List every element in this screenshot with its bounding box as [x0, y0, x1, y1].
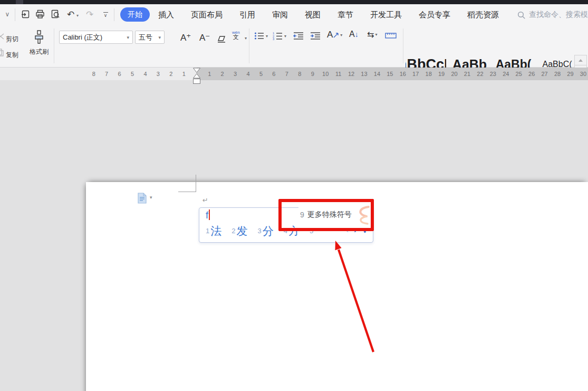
- ruler-number: 6: [113, 71, 126, 77]
- ruler-number: 26: [525, 71, 538, 77]
- search-placeholder: 查找命令、搜索模: [529, 10, 588, 20]
- ruler-number: 3: [152, 71, 165, 77]
- copy-icon[interactable]: [0, 49, 4, 56]
- window-title-strip: [0, 0, 588, 4]
- font-size-select[interactable]: 五号▾: [135, 31, 165, 44]
- ruler-number: 29: [564, 71, 576, 77]
- separator: [249, 28, 249, 63]
- menu-tab[interactable]: 视图: [305, 10, 321, 20]
- ruler-number: 1: [178, 71, 190, 77]
- shrink-font-button[interactable]: A⁻: [199, 31, 210, 43]
- ruler-number: 22: [474, 71, 486, 77]
- separator: [15, 8, 15, 21]
- undo-icon[interactable]: ↶: [64, 7, 77, 21]
- text-tools-button[interactable]: A ▾: [327, 30, 342, 40]
- pinyin-dropdown-icon[interactable]: ▾: [245, 36, 247, 41]
- copy-button[interactable]: 复制: [6, 51, 18, 60]
- format-painter-icon: [32, 30, 46, 45]
- numbering-button[interactable]: 123 ▾: [273, 32, 286, 40]
- ruler-number: 5: [255, 71, 267, 77]
- redo-icon[interactable]: ↷: [83, 7, 96, 21]
- ruler-text-area: 1234567891011121314151617181920212223242…: [197, 68, 588, 80]
- ribbon: 剪切 复制 格式刷 Calibri (正文)▾ 五号▾ A⁺ A⁻ wén 文 …: [0, 25, 588, 68]
- menu-tab[interactable]: 审阅: [272, 10, 288, 20]
- ime-candidate[interactable]: 3分: [257, 224, 273, 239]
- bullet-list-icon: [254, 32, 265, 40]
- menu-tab[interactable]: 页面布局: [191, 10, 223, 20]
- pinyin-guide-button[interactable]: wén 文: [232, 30, 240, 43]
- menu-tab[interactable]: 会员专享: [419, 10, 450, 20]
- separator: [114, 8, 114, 21]
- show-marks-button[interactable]: ⇆▾: [367, 30, 377, 40]
- ruler-number: 24: [499, 71, 512, 77]
- increase-indent-button[interactable]: [310, 32, 321, 40]
- menu-tab[interactable]: 开发工具: [370, 10, 402, 20]
- ruler-number: 8: [293, 71, 306, 77]
- ruler-number: 13: [358, 71, 370, 77]
- ruler-number: 7: [100, 71, 113, 77]
- ruler-number: 28: [551, 71, 564, 77]
- separator: [54, 28, 54, 63]
- paragraph-mark: ↵: [203, 196, 208, 204]
- clear-format-button[interactable]: [216, 31, 227, 44]
- indent-marker[interactable]: [192, 68, 201, 84]
- ruler-left-margin: 87654321: [0, 68, 197, 80]
- indent-icon: [310, 32, 321, 40]
- ruler-number: 16: [397, 71, 409, 77]
- ime-candidate[interactable]: 2发: [232, 224, 247, 239]
- svg-text:3: 3: [273, 37, 274, 40]
- outdent-icon: [293, 32, 304, 40]
- command-search[interactable]: 查找命令、搜索模: [517, 8, 588, 22]
- ruler-number: 12: [345, 71, 358, 77]
- ruler-number: 17: [409, 71, 422, 77]
- ruler-number: 10: [319, 71, 332, 77]
- ruler-number: 6: [267, 71, 280, 77]
- print-icon[interactable]: [34, 7, 46, 21]
- eraser-icon: [216, 34, 227, 44]
- ruler-number: 3: [229, 71, 242, 77]
- ruler-number: 8: [88, 71, 100, 77]
- styles-scroll-up-button[interactable]: [574, 55, 587, 65]
- undo-dropdown-icon[interactable]: ▾: [76, 13, 79, 18]
- ime-candidate[interactable]: 1法: [206, 224, 221, 239]
- bullets-button[interactable]: ▾: [254, 32, 268, 40]
- save-icon[interactable]: [19, 7, 32, 21]
- title-strip-accent: [16, 0, 23, 4]
- format-painter-button[interactable]: 格式刷: [27, 30, 51, 56]
- ruler-number: 25: [513, 71, 525, 77]
- paste-options-button[interactable]: ▾: [137, 193, 152, 204]
- ruler-number: 18: [422, 71, 435, 77]
- menu-tabs: 插入页面布局引用审阅视图章节开发工具会员专享稻壳资源: [158, 4, 499, 25]
- menu-tab[interactable]: 引用: [239, 10, 255, 20]
- grow-font-button[interactable]: A⁺: [180, 31, 191, 43]
- annotation-highlight-box: [278, 199, 374, 231]
- menu-tab[interactable]: 插入: [158, 10, 174, 20]
- margin-crop-mark: [196, 175, 196, 192]
- annotation-arrow: [316, 235, 385, 361]
- collapse-toolbar-icon[interactable]: ∨: [1, 7, 14, 21]
- sort-button[interactable]: A ↓: [349, 30, 359, 39]
- ruler-number: 14: [371, 71, 383, 77]
- menu-tab[interactable]: 章节: [338, 10, 353, 20]
- ruler-number: 19: [435, 71, 448, 77]
- ruler-number: 30: [577, 71, 588, 77]
- ruler-number: 20: [448, 71, 460, 77]
- ruler-number: 23: [487, 71, 499, 77]
- cut-button[interactable]: 剪切: [6, 35, 18, 44]
- ruler-icon: [385, 32, 397, 39]
- tab-home[interactable]: 开始: [120, 7, 150, 22]
- ruler-number: 4: [242, 71, 254, 77]
- paste-dropdown-icon[interactable]: ▾: [150, 195, 152, 200]
- text-caret: [209, 209, 210, 220]
- customize-toolbar-icon[interactable]: ∨: [99, 7, 112, 21]
- font-family-select[interactable]: Calibri (正文)▾: [59, 31, 133, 44]
- ruler-number: 15: [383, 71, 396, 77]
- menu-tab[interactable]: 稻壳资源: [467, 10, 499, 20]
- ruler-number: 4: [139, 71, 151, 77]
- scissors-icon[interactable]: [0, 33, 5, 40]
- tabs-ruler-button[interactable]: [385, 32, 397, 39]
- decrease-indent-button[interactable]: [293, 32, 304, 40]
- ruler-number: 2: [165, 71, 177, 77]
- ruler-number: 7: [281, 71, 293, 77]
- print-preview-icon[interactable]: [49, 7, 62, 21]
